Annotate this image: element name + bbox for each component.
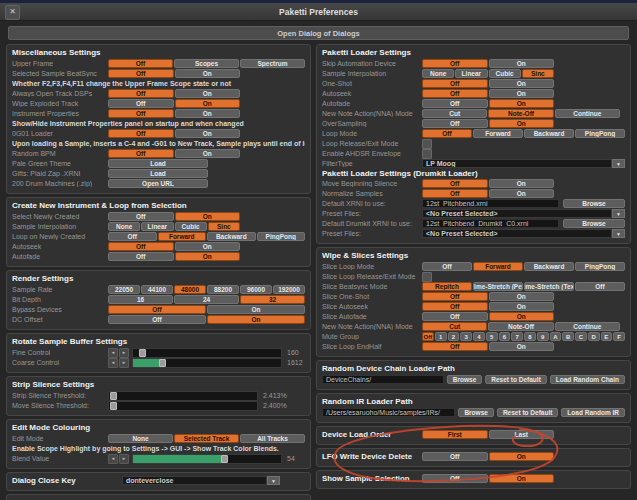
- option-last[interactable]: Last: [489, 430, 555, 439]
- option-off[interactable]: Off: [108, 252, 174, 261]
- option-off[interactable]: Off: [108, 69, 174, 78]
- slider-handle[interactable]: [139, 349, 146, 357]
- browse-button[interactable]: Browse: [447, 375, 482, 384]
- option-linear[interactable]: Linear: [141, 222, 173, 231]
- option-time-stretch-text[interactable]: Time-Stretch (Text.: [524, 282, 574, 291]
- option-c[interactable]: C: [575, 332, 587, 341]
- slider-handle[interactable]: [110, 392, 117, 400]
- option-off[interactable]: Off: [422, 99, 488, 108]
- option-sinc[interactable]: Sinc: [522, 69, 554, 78]
- option-3[interactable]: 3: [460, 332, 472, 341]
- option-linear[interactable]: Linear: [455, 69, 487, 78]
- option-on[interactable]: On: [175, 149, 241, 158]
- option-f[interactable]: F: [613, 332, 625, 341]
- option-on[interactable]: On: [489, 292, 555, 301]
- option-on[interactable]: On: [489, 189, 555, 198]
- option-none[interactable]: None: [422, 69, 454, 78]
- option-off[interactable]: Off: [108, 89, 174, 98]
- option-none[interactable]: None: [108, 222, 140, 231]
- slider-track[interactable]: [132, 348, 282, 358]
- option-off[interactable]: Off: [108, 59, 173, 68]
- option-on[interactable]: On: [489, 59, 555, 68]
- option-off[interactable]: Off: [422, 179, 488, 188]
- option-b[interactable]: B: [562, 332, 574, 341]
- open-dialog-of-dialogs-button[interactable]: Open Dialog of Dialogs: [8, 26, 629, 40]
- browse-button[interactable]: Browse: [458, 408, 493, 417]
- option-9[interactable]: 9: [537, 332, 549, 341]
- load-random-ir-button[interactable]: Load Random IR: [561, 408, 625, 417]
- option-off[interactable]: Off: [108, 129, 174, 138]
- option-off[interactable]: Off: [108, 315, 206, 324]
- option-time-stretch-per[interactable]: Time-Stretch (Per.: [473, 282, 523, 291]
- option-forward[interactable]: Forward: [473, 129, 523, 138]
- filtertype-dropdown[interactable]: LP Moog▼: [422, 159, 625, 168]
- option-scopes[interactable]: Scopes: [174, 59, 239, 68]
- slider-track[interactable]: [108, 401, 258, 411]
- option-off[interactable]: Off: [422, 59, 488, 68]
- preset-files-dropdown[interactable]: <No Preset Selected>▼: [422, 229, 625, 238]
- path-field[interactable]: DeviceChains/: [322, 375, 444, 384]
- option-5[interactable]: 5: [486, 332, 498, 341]
- stepper-decrease-icon[interactable]: ◄: [108, 454, 118, 464]
- option-on[interactable]: On: [489, 342, 555, 351]
- option-on[interactable]: On: [175, 109, 241, 118]
- option-192000[interactable]: 192000: [273, 285, 305, 294]
- option-d[interactable]: D: [588, 332, 600, 341]
- option-off[interactable]: Off: [422, 302, 488, 311]
- browse-button[interactable]: Browse: [563, 199, 625, 208]
- option-forward[interactable]: Forward: [158, 232, 207, 241]
- option-cubic[interactable]: Cubic: [489, 69, 521, 78]
- option-on[interactable]: On: [489, 452, 555, 461]
- option-sinc[interactable]: Sinc: [208, 222, 240, 231]
- stepper-decrease-icon[interactable]: ◄: [108, 358, 118, 368]
- option-backward[interactable]: Backward: [207, 232, 256, 241]
- option-1[interactable]: 1: [435, 332, 447, 341]
- slider-handle[interactable]: [221, 455, 228, 463]
- option-on[interactable]: On: [489, 302, 555, 311]
- load-button[interactable]: Load: [108, 169, 208, 178]
- option-on[interactable]: On: [175, 89, 241, 98]
- reset-to-default-button[interactable]: Reset to Default: [497, 408, 558, 417]
- option-pingpong[interactable]: PingPong: [575, 129, 625, 138]
- option-off[interactable]: Off: [422, 262, 472, 271]
- option-off[interactable]: Off: [422, 332, 434, 341]
- option-on[interactable]: On: [207, 315, 305, 324]
- load-button[interactable]: Load: [108, 159, 208, 168]
- option-off[interactable]: Off: [422, 89, 488, 98]
- enable-ahdsr-envelope-checkbox[interactable]: [422, 149, 432, 159]
- option-on[interactable]: On: [489, 89, 555, 98]
- option-48000[interactable]: 48000: [174, 285, 206, 294]
- option-on[interactable]: On: [175, 129, 241, 138]
- option-pingpong[interactable]: PingPong: [257, 232, 306, 241]
- preset-files-dropdown[interactable]: <No Preset Selected>▼: [422, 209, 625, 218]
- option-off[interactable]: Off: [422, 292, 488, 301]
- option-continue[interactable]: Continue: [555, 322, 620, 331]
- option-off[interactable]: Off: [422, 189, 488, 198]
- option-off[interactable]: Off: [108, 242, 174, 251]
- dropdown-arrow-icon[interactable]: ▼: [267, 476, 280, 485]
- option-off[interactable]: Off: [422, 79, 488, 88]
- option-on[interactable]: On: [489, 474, 555, 483]
- option-7[interactable]: 7: [511, 332, 523, 341]
- option-on[interactable]: On: [489, 312, 555, 321]
- option-on[interactable]: On: [175, 99, 241, 108]
- default-drumkit-xrni-to-use-field[interactable]: 12st_Pitchbend_Drumkit_C0.xrni: [422, 219, 559, 228]
- option-all-tracks[interactable]: All Tracks: [240, 434, 305, 443]
- option-4[interactable]: 4: [473, 332, 485, 341]
- option-backward[interactable]: Backward: [524, 129, 574, 138]
- option-e[interactable]: E: [601, 332, 613, 341]
- open-url-button[interactable]: Open URL: [108, 179, 208, 188]
- close-icon[interactable]: ✕: [5, 5, 20, 20]
- option-first[interactable]: First: [422, 430, 488, 439]
- option-cut[interactable]: Cut: [422, 109, 487, 118]
- dialog-close-key-dropdown[interactable]: donteverclose▼: [122, 476, 280, 485]
- browse-button[interactable]: Browse: [563, 219, 625, 228]
- stepper-decrease-icon[interactable]: ◄: [108, 348, 118, 358]
- option-off[interactable]: Off: [108, 232, 157, 241]
- option-on[interactable]: On: [489, 79, 555, 88]
- option-22050[interactable]: 22050: [108, 285, 140, 294]
- option-off[interactable]: Off: [422, 129, 472, 138]
- option-note-off[interactable]: Note-Off: [488, 109, 553, 118]
- load-random-chain-button[interactable]: Load Random Chain: [550, 375, 625, 384]
- option-on[interactable]: On: [489, 179, 555, 188]
